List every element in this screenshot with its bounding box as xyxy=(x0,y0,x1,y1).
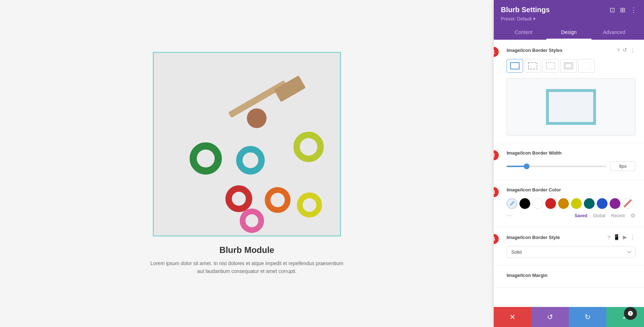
border-option-solid[interactable] xyxy=(507,59,523,73)
more-dots[interactable]: ··· xyxy=(507,212,512,219)
svg-rect-4 xyxy=(565,64,572,68)
settings-panel: Blurb Settings ⊡ ⊞ ⋮ Preset: Default ▾ C… xyxy=(494,0,644,327)
swatch-black[interactable] xyxy=(519,198,530,209)
ring-yellow-large xyxy=(293,132,324,162)
swatch-eraser[interactable] xyxy=(623,198,633,209)
panel-header-top: Blurb Settings ⊡ ⊞ ⋮ xyxy=(501,6,637,14)
step-badge-3: 3 xyxy=(494,187,499,197)
layout-icon[interactable]: ⊞ xyxy=(620,6,625,14)
hammer-head xyxy=(274,75,306,102)
swatch-red[interactable] xyxy=(545,198,556,209)
tab-advanced[interactable]: Advanced xyxy=(591,26,637,40)
blurb-image-wrapper xyxy=(153,52,341,236)
panel-title: Blurb Settings xyxy=(501,6,550,14)
border-styles-section: 1 Image/Icon Border Styles ? ↺ ⋮ xyxy=(494,40,644,143)
step-badge-4: 4 xyxy=(494,234,499,244)
blurb-container: Blurb Module Lorem ipsum dolor sit amet.… xyxy=(147,52,347,275)
color-settings-icon[interactable]: ⚙ xyxy=(630,212,635,219)
help-icon-border-styles[interactable]: ? xyxy=(617,47,620,53)
blurb-image xyxy=(154,53,340,235)
swatch-white[interactable] xyxy=(532,198,543,209)
border-styles-title: Image/Icon Border Styles xyxy=(507,48,614,53)
border-styles-header: Image/Icon Border Styles ? ↺ ⋮ xyxy=(507,47,635,53)
border-option-dashed[interactable] xyxy=(525,59,541,73)
border-style-select[interactable]: None Solid Dashed Dotted Double Groove R… xyxy=(507,246,635,258)
ball xyxy=(247,108,267,128)
pointer-icon-border-style[interactable]: ▶ xyxy=(623,234,627,240)
panel-tabs: Content Design Advanced xyxy=(501,26,637,40)
color-tab-recent[interactable]: Recent xyxy=(611,213,625,218)
more-options-icon[interactable]: ⋮ xyxy=(630,6,637,14)
color-tab-saved[interactable]: Saved xyxy=(575,213,587,218)
swatch-blue[interactable] xyxy=(597,198,608,209)
preview-inner-box xyxy=(546,89,596,125)
cancel-button[interactable]: ✕ xyxy=(494,307,531,327)
border-style-options xyxy=(507,59,635,73)
tab-content[interactable]: Content xyxy=(501,26,546,40)
blurb-text: Lorem ipsum dolor sit amet. In nisi dolo… xyxy=(147,259,347,275)
svg-rect-5 xyxy=(582,63,591,69)
ring-red xyxy=(225,185,252,212)
help-icon-border-style[interactable]: ? xyxy=(608,234,610,240)
toy-scene xyxy=(154,53,340,235)
redo-button[interactable]: ↻ xyxy=(569,307,606,327)
border-style-dropdown-header: Image/Icon Border Style ? 📱 ▶ ⋮ xyxy=(507,234,635,240)
slider-thumb[interactable] xyxy=(524,164,530,169)
panel-header: Blurb Settings ⊡ ⊞ ⋮ Preset: Default ▾ C… xyxy=(494,0,644,40)
border-width-slider[interactable] xyxy=(507,166,606,167)
border-option-double[interactable] xyxy=(560,59,577,73)
color-tab-global[interactable]: Global xyxy=(593,213,605,218)
preview-area: Blurb Module Lorem ipsum dolor sit amet.… xyxy=(0,0,494,327)
border-preview-box xyxy=(507,78,635,136)
more-icon-border-style[interactable]: ⋮ xyxy=(630,234,635,240)
ring-teal xyxy=(236,146,265,175)
blurb-title: Blurb Module xyxy=(147,245,347,255)
floating-help-button[interactable] xyxy=(624,307,637,320)
panel-preset[interactable]: Preset: Default ▾ xyxy=(501,16,637,21)
swatch-teal[interactable] xyxy=(584,198,595,209)
border-color-title: Image/Icon Border Color xyxy=(507,187,635,192)
svg-rect-0 xyxy=(511,63,519,69)
border-color-section: 3 Image/Icon Border Color xyxy=(494,180,644,227)
step-badge-1: 1 xyxy=(494,47,499,57)
border-option-none[interactable] xyxy=(578,59,595,73)
margin-header: Image/Icon Margin xyxy=(507,273,635,278)
swatch-purple[interactable] xyxy=(610,198,620,209)
border-width-section: 2 Image/Icon Border Width xyxy=(494,143,644,180)
border-width-input[interactable] xyxy=(610,161,635,171)
eyedropper-swatch[interactable] xyxy=(507,198,517,209)
margin-section: Image/Icon Margin xyxy=(494,265,644,288)
ring-yellow-small xyxy=(297,192,322,218)
color-swatches xyxy=(507,198,635,209)
panel-header-icons: ⊡ ⊞ ⋮ xyxy=(610,6,637,14)
border-width-title: Image/Icon Border Width xyxy=(507,150,635,156)
border-style-dropdown-title: Image/Icon Border Style xyxy=(507,235,605,240)
ring-orange xyxy=(265,187,291,213)
ring-green xyxy=(190,142,222,175)
step-badge-2: 2 xyxy=(494,150,499,160)
mobile-icon-border-style[interactable]: 📱 xyxy=(613,234,620,240)
fullscreen-icon[interactable]: ⊡ xyxy=(610,6,615,14)
color-tabs: ··· Saved Global Recent ⚙ xyxy=(507,212,635,219)
svg-rect-2 xyxy=(546,63,555,69)
ring-pink xyxy=(240,209,264,233)
swatch-amber[interactable] xyxy=(558,198,569,209)
dropdown-row: None Solid Dashed Dotted Double Groove R… xyxy=(507,246,635,258)
border-option-dotted[interactable] xyxy=(542,59,559,73)
reset-icon-border-styles[interactable]: ↺ xyxy=(623,47,627,53)
panel-footer: ✕ ↺ ↻ ✓ xyxy=(494,307,644,327)
panel-body: 1 Image/Icon Border Styles ? ↺ ⋮ xyxy=(494,40,644,307)
tab-design[interactable]: Design xyxy=(546,26,592,40)
swatch-yellow[interactable] xyxy=(571,198,582,209)
undo-button[interactable]: ↺ xyxy=(531,307,569,327)
border-width-header: Image/Icon Border Width xyxy=(507,150,635,156)
margin-title: Image/Icon Margin xyxy=(507,273,635,278)
border-color-header: Image/Icon Border Color xyxy=(507,187,635,192)
slider-row xyxy=(507,161,635,171)
border-style-dropdown-section: 4 Image/Icon Border Style ? 📱 ▶ ⋮ None S… xyxy=(494,227,644,265)
svg-rect-1 xyxy=(528,63,537,69)
more-icon-border-styles[interactable]: ⋮ xyxy=(630,47,635,53)
